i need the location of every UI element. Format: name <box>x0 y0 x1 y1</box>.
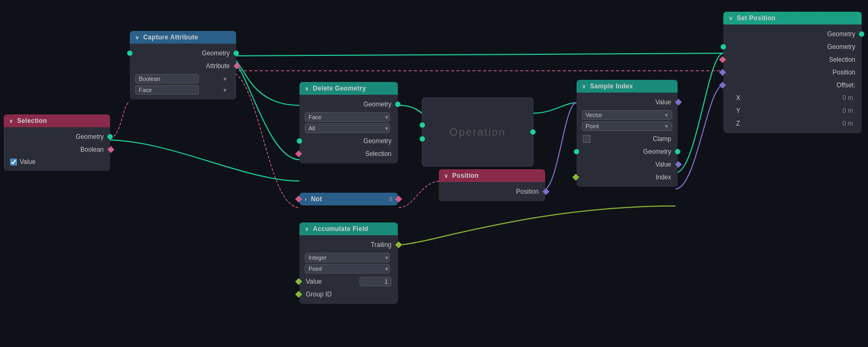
value-field-row: Value <box>299 275 398 288</box>
selection-node: ∨ Selection Geometry Boolean Value <box>4 114 110 171</box>
operation-input-top-socket[interactable] <box>420 122 425 128</box>
vector-dropdown[interactable]: Vector <box>582 110 672 120</box>
position-title: Position <box>452 172 479 179</box>
value-input[interactable] <box>360 277 391 286</box>
index-row: Index <box>577 171 678 184</box>
value-output-row: Value <box>577 96 678 109</box>
integer-dropdown-wrap: Integer ▼ <box>305 253 393 262</box>
geometry-row: Geometry <box>130 47 236 60</box>
geometry-output-top[interactable] <box>859 31 864 37</box>
face-dropdown-wrap: Face ▼ <box>305 112 393 122</box>
group-id-row: Group ID <box>299 288 398 301</box>
capture-attribute-node: ∨ Capture Attribute Geometry Attribute B… <box>130 31 236 100</box>
value-checkbox[interactable] <box>10 159 17 166</box>
value-row2: Value <box>577 158 678 171</box>
accumulate-field-header: ∨ Accumulate Field <box>299 222 398 235</box>
clamp-row: Clamp <box>577 133 678 145</box>
chevron-icon: ∨ <box>135 35 139 40</box>
value2-output-socket[interactable] <box>675 161 682 168</box>
point-dropdown-wrap: Point ▼ <box>305 264 393 274</box>
position-input-socket[interactable] <box>719 69 726 76</box>
boolean-dropdown[interactable]: Boolean <box>135 74 199 84</box>
face-dropdown[interactable]: Face <box>305 112 390 122</box>
position-header: ∨ Position <box>439 169 545 182</box>
chevron-icon: ∨ <box>305 86 308 92</box>
not-title: Not <box>311 195 322 203</box>
position-body: Position <box>439 182 545 201</box>
accumulate-field-body: Trailing Integer ▼ Point ▼ Value Group I… <box>299 235 398 304</box>
point-dropdown[interactable]: Point <box>305 264 390 274</box>
index-input-socket[interactable] <box>572 174 579 181</box>
geometry-output-socket[interactable] <box>107 134 113 139</box>
operation-node: Operation <box>422 97 533 167</box>
set-position-title: Set Position <box>737 14 775 22</box>
attribute-output-socket[interactable] <box>233 63 240 70</box>
geometry-input-row: Geometry <box>723 40 862 53</box>
attribute-row: Attribute <box>130 60 236 72</box>
capture-attribute-body: Geometry Attribute Boolean ▼ Face ▼ <box>130 44 236 100</box>
position-input-row: Position <box>723 66 862 79</box>
face-dropdown-wrap: Face ▼ <box>135 85 231 95</box>
selection-input-socket[interactable] <box>295 151 302 158</box>
geometry-row: Geometry <box>4 130 110 143</box>
geometry-input-socket[interactable] <box>395 102 400 107</box>
boolean-row: Boolean <box>4 143 110 156</box>
delete-geometry-node: ∨ Delete Geometry Geometry Face ▼ All ▼ … <box>299 82 398 163</box>
set-position-header: ∨ Set Position <box>723 12 862 24</box>
operation-input-bottom-socket[interactable] <box>420 136 425 142</box>
trailing-row: Trailing <box>299 238 398 251</box>
offset-input-socket[interactable] <box>719 82 726 89</box>
value-input-socket[interactable] <box>675 99 682 106</box>
operation-label: Operation <box>449 126 506 138</box>
offset-row: Offset: <box>723 79 862 92</box>
sample-index-title: Sample Index <box>590 82 633 90</box>
geometry-input-row: Geometry <box>577 145 678 158</box>
selection-node-body: Geometry Boolean Value <box>4 127 110 171</box>
delete-geometry-header: ∨ Delete Geometry <box>299 82 398 95</box>
selection-row: Selection <box>299 147 398 160</box>
point2-dropdown[interactable]: Point <box>582 121 672 131</box>
capture-attribute-header: ∨ Capture Attribute <box>130 31 236 44</box>
accumulate-field-node: ∨ Accumulate Field Trailing Integer ▼ Po… <box>299 222 398 304</box>
selection-node-title: Selection <box>17 117 47 125</box>
capture-attribute-title: Capture Attribute <box>143 34 198 41</box>
geometry-output-socket[interactable] <box>233 51 239 56</box>
chevron-icon: ∨ <box>729 15 732 21</box>
z-row: Z 0 m <box>723 117 862 130</box>
not-input-socket[interactable] <box>295 196 302 203</box>
accumulate-field-title: Accumulate Field <box>313 225 368 233</box>
clamp-checkbox[interactable] <box>583 135 590 143</box>
vector-dropdown-wrap: Vector ▼ <box>582 110 672 120</box>
y-row: Y 0 m <box>723 104 862 117</box>
position-node: ∨ Position Position <box>439 169 545 201</box>
sample-index-node: ∨ Sample Index Value Vector ▼ Point ▼ Cl… <box>577 80 678 187</box>
dropdown-arrow-icon: ▼ <box>222 76 228 82</box>
geometry-right-socket[interactable] <box>675 149 680 154</box>
not-output-socket[interactable] <box>395 196 402 203</box>
geometry-output-left-socket[interactable] <box>297 138 302 144</box>
face-dropdown[interactable]: Face <box>135 85 199 95</box>
chevron-icon: › <box>305 196 307 202</box>
geometry-left-socket[interactable] <box>574 149 579 154</box>
point2-dropdown-wrap: Point ▼ <box>582 121 672 131</box>
trailing-output-socket[interactable] <box>395 242 402 249</box>
value-input-socket[interactable] <box>295 278 302 285</box>
not-node: › Not II <box>299 193 398 205</box>
geometry-input-socket[interactable] <box>721 44 726 49</box>
chevron-icon: ∨ <box>305 226 308 232</box>
dropdown-arrow-icon: ▼ <box>222 87 228 93</box>
selection-node-header: ∨ Selection <box>4 114 110 127</box>
all-dropdown[interactable]: All <box>305 123 390 133</box>
integer-dropdown[interactable]: Integer <box>305 253 390 262</box>
boolean-input-socket[interactable] <box>107 146 114 153</box>
group-id-socket[interactable] <box>295 291 302 298</box>
set-position-body: Geometry Geometry Selection Position Off… <box>723 24 862 133</box>
sample-index-body: Value Vector ▼ Point ▼ Clamp Geometry Va… <box>577 93 678 187</box>
x-row: X 0 m <box>723 92 862 104</box>
geometry-input-socket[interactable] <box>127 51 132 56</box>
selection-input-socket[interactable] <box>719 56 726 63</box>
geometry-output-row: Geometry <box>299 135 398 147</box>
delete-geometry-title: Delete Geometry <box>313 85 366 92</box>
position-output-socket[interactable] <box>542 188 549 195</box>
operation-output-socket[interactable] <box>530 129 536 135</box>
